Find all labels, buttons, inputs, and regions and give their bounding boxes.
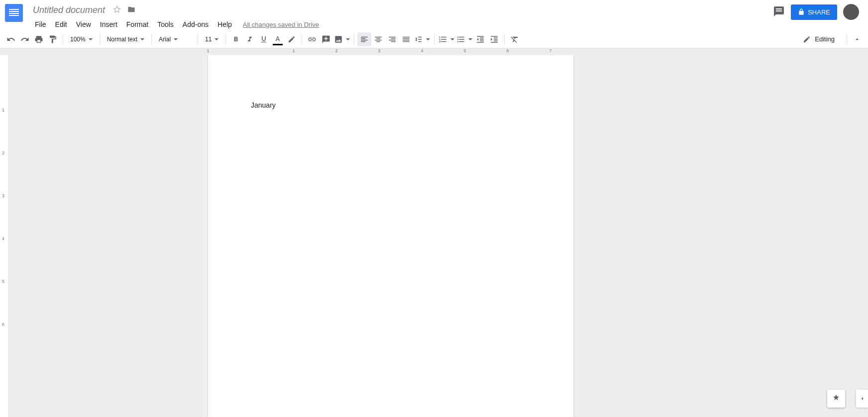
- side-panel-toggle[interactable]: [856, 390, 868, 408]
- document-title[interactable]: Untitled document: [31, 4, 107, 16]
- align-right-button[interactable]: [385, 32, 399, 46]
- undo-button[interactable]: [4, 32, 18, 46]
- font-combo[interactable]: Arial: [155, 32, 195, 46]
- editing-mode-combo[interactable]: Editing: [798, 35, 844, 43]
- underline-button[interactable]: [257, 32, 271, 46]
- bold-button[interactable]: [229, 32, 243, 46]
- menu-tools[interactable]: Tools: [153, 18, 178, 30]
- font-size-combo[interactable]: 11: [201, 32, 222, 46]
- document-page[interactable]: January: [208, 55, 573, 417]
- redo-button[interactable]: [18, 32, 32, 46]
- vertical-ruler[interactable]: 1 2 3 4 5 6: [0, 55, 8, 417]
- italic-button[interactable]: [243, 32, 257, 46]
- paragraph-style-combo[interactable]: Normal text: [103, 32, 148, 46]
- decrease-indent-button[interactable]: [473, 32, 487, 46]
- comments-icon[interactable]: [773, 5, 785, 19]
- menu-help[interactable]: Help: [214, 18, 236, 30]
- avatar[interactable]: [843, 4, 859, 20]
- align-left-button[interactable]: [357, 32, 371, 46]
- folder-icon[interactable]: [127, 5, 136, 15]
- docs-logo-icon[interactable]: [5, 4, 23, 22]
- highlight-color-button[interactable]: [285, 32, 299, 46]
- insert-image-button[interactable]: [333, 32, 351, 46]
- menu-insert[interactable]: Insert: [96, 18, 121, 30]
- numbered-list-button[interactable]: [437, 32, 455, 46]
- increase-indent-button[interactable]: [487, 32, 501, 46]
- menu-view[interactable]: View: [72, 18, 95, 30]
- share-button-label: SHARE: [808, 8, 830, 16]
- menu-edit[interactable]: Edit: [51, 18, 71, 30]
- print-button[interactable]: [32, 32, 46, 46]
- bulleted-list-button[interactable]: [455, 32, 473, 46]
- align-justify-button[interactable]: [399, 32, 413, 46]
- star-icon[interactable]: [113, 5, 121, 15]
- line-spacing-button[interactable]: [413, 32, 431, 46]
- horizontal-ruler[interactable]: 1 1 2 3 4 5 6 7: [8, 48, 860, 55]
- save-status[interactable]: All changes saved in Drive: [243, 21, 319, 28]
- menu-format[interactable]: Format: [122, 18, 152, 30]
- clear-formatting-button[interactable]: [508, 32, 522, 46]
- document-content[interactable]: January: [251, 101, 276, 109]
- menu-addons[interactable]: Add-ons: [179, 18, 213, 30]
- editing-mode-label: Editing: [815, 35, 835, 43]
- explore-button[interactable]: [827, 390, 845, 408]
- collapse-toolbar-button[interactable]: [850, 32, 864, 46]
- share-button[interactable]: SHARE: [791, 4, 837, 20]
- paint-format-button[interactable]: [46, 32, 60, 46]
- insert-link-button[interactable]: [305, 32, 319, 46]
- zoom-combo[interactable]: 100%: [66, 32, 97, 46]
- align-center-button[interactable]: [371, 32, 385, 46]
- text-color-button[interactable]: [271, 32, 285, 46]
- menu-file[interactable]: File: [31, 18, 50, 30]
- insert-comment-button[interactable]: [319, 32, 333, 46]
